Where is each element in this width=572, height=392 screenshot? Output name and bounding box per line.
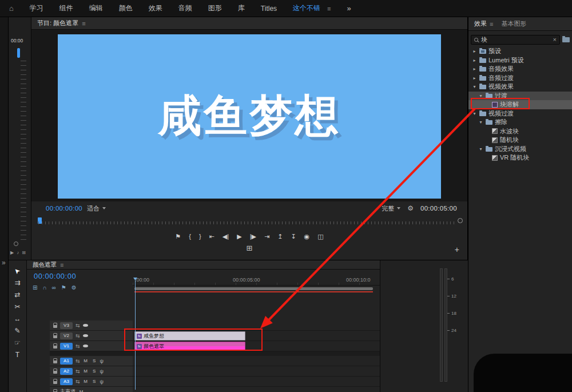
- extract-icon[interactable]: ↧: [291, 233, 296, 240]
- slip-tool[interactable]: ↔: [14, 315, 21, 323]
- pen-tool[interactable]: ✎: [14, 327, 20, 335]
- solo-button[interactable]: S: [92, 379, 97, 384]
- add-marker-icon[interactable]: ⚑: [175, 233, 181, 240]
- play-icon[interactable]: ▶: [237, 233, 241, 240]
- track-lane[interactable]: [133, 387, 380, 392]
- track-divider[interactable]: [50, 351, 380, 356]
- tab-essential-graphics[interactable]: 基本图形: [501, 19, 526, 28]
- timeline-timecode[interactable]: 00:00:00:00: [34, 272, 76, 280]
- twirl-arrow-icon[interactable]: ▾: [478, 146, 483, 152]
- track-target-button[interactable]: A1: [60, 358, 73, 365]
- button-editor-icon[interactable]: ⊞: [247, 244, 253, 252]
- step-forward-icon[interactable]: |▶: [250, 233, 256, 240]
- effects-tree-item[interactable]: 随机块: [468, 136, 572, 145]
- add-button[interactable]: +: [455, 245, 459, 254]
- source-patch-icon[interactable]: ⇆: [76, 323, 80, 328]
- razor-tool[interactable]: ✂: [14, 303, 20, 311]
- twirl-arrow-icon[interactable]: ▾: [478, 120, 483, 125]
- effects-tree-item[interactable]: ▸ 音频效果: [468, 65, 572, 74]
- play-icon[interactable]: ▶: [10, 250, 14, 255]
- mute-button[interactable]: M: [83, 369, 89, 374]
- timeline-settings-icon[interactable]: ⚙: [72, 284, 77, 291]
- workspace-tab[interactable]: 音频: [178, 3, 192, 13]
- panel-menu-icon[interactable]: ≡: [60, 262, 63, 268]
- timeline-playhead[interactable]: [135, 278, 136, 390]
- hand-tool[interactable]: ☞: [14, 339, 21, 347]
- effects-tree-item[interactable]: ▸ Lumetri 预设: [468, 56, 572, 65]
- lock-icon[interactable]: [53, 361, 57, 363]
- effects-tree-item[interactable]: ▸ 预设: [468, 47, 572, 56]
- source-scrollbar-thumb[interactable]: [17, 48, 20, 58]
- workspace-tab[interactable]: 库: [238, 3, 245, 13]
- effects-tree-item[interactable]: ▾ 视频过渡: [468, 109, 572, 118]
- track-lane[interactable]: [133, 356, 380, 366]
- workspace-tab[interactable]: 图形: [208, 3, 222, 13]
- lift-icon[interactable]: ↥: [277, 233, 283, 240]
- linked-selection-icon[interactable]: ∞: [52, 284, 56, 291]
- mic-icon[interactable]: ψ: [100, 379, 104, 385]
- effects-tree-item[interactable]: ▾ 视频效果: [468, 82, 572, 92]
- twirl-arrow-icon[interactable]: ▾: [478, 93, 483, 98]
- home-icon[interactable]: ⌂: [9, 4, 14, 13]
- panel-menu-icon[interactable]: ≡: [82, 20, 85, 27]
- track-target-button[interactable]: V3: [60, 322, 73, 329]
- toggle-output-eye-icon[interactable]: [83, 334, 88, 337]
- twirl-arrow-icon[interactable]: ▾: [472, 111, 477, 116]
- lock-icon[interactable]: [53, 325, 57, 328]
- effects-tree-item[interactable]: ▾ 擦除: [468, 118, 572, 127]
- mute-button[interactable]: M: [83, 379, 89, 384]
- playback-resolution-select[interactable]: 完整: [382, 204, 400, 213]
- track-select-forward-tool[interactable]: ⇉: [14, 279, 20, 287]
- timeline-clip-title[interactable]: fx 咸鱼梦想: [134, 331, 245, 340]
- go-to-in-icon[interactable]: ⇤: [209, 233, 214, 240]
- wrench-icon[interactable]: ⚙: [407, 204, 414, 212]
- track-lane[interactable]: [133, 320, 380, 331]
- type-tool[interactable]: T: [15, 351, 19, 359]
- source-patch-icon[interactable]: ⇆: [76, 343, 80, 349]
- mute-button[interactable]: M: [83, 358, 89, 363]
- mark-out-icon[interactable]: }: [199, 233, 201, 240]
- source-patch-icon[interactable]: ⇆: [76, 358, 80, 364]
- tab-effects[interactable]: 效果 ≡: [474, 19, 493, 28]
- mute-button[interactable]: M: [78, 389, 84, 392]
- effects-tree-item[interactable]: VR 随机块: [468, 153, 572, 163]
- lock-icon[interactable]: [53, 381, 57, 384]
- zoom-handle[interactable]: [458, 218, 463, 223]
- workspace-tab[interactable]: 组件: [59, 3, 73, 13]
- source-zoom-knob[interactable]: [14, 241, 18, 246]
- workspace-tab[interactable]: 编辑: [89, 3, 103, 13]
- export-frame-icon[interactable]: ◉: [304, 233, 310, 240]
- mark-in-icon[interactable]: {: [189, 233, 191, 240]
- track-target-button[interactable]: A2: [60, 368, 73, 375]
- zoom-level-select[interactable]: 适合: [87, 204, 106, 213]
- solo-button[interactable]: S: [92, 358, 97, 363]
- twirl-arrow-icon[interactable]: ▸: [472, 49, 477, 54]
- workspace-tab[interactable]: 这个不错: [293, 3, 320, 13]
- twirl-arrow-icon[interactable]: ▾: [472, 84, 477, 89]
- twirl-arrow-icon[interactable]: ▸: [472, 66, 477, 72]
- effects-tree-item[interactable]: ▾ 过渡: [468, 92, 572, 101]
- comparison-view-icon[interactable]: ◫: [317, 233, 323, 240]
- track-target-button[interactable]: V1: [60, 343, 73, 350]
- toggle-output-eye-icon[interactable]: [83, 324, 88, 327]
- effects-search-input[interactable]: 块 ×: [471, 35, 560, 45]
- clear-search-icon[interactable]: ×: [553, 36, 557, 43]
- track-lane[interactable]: [133, 366, 380, 377]
- track-lane[interactable]: [133, 377, 380, 387]
- snap-icon[interactable]: ∩: [42, 284, 46, 291]
- mic-icon[interactable]: ψ: [100, 369, 104, 374]
- add-marker-icon[interactable]: ⚑: [61, 284, 66, 291]
- toggle-output-eye-icon[interactable]: [83, 345, 88, 347]
- effects-tree-item[interactable]: 水波块: [468, 127, 572, 136]
- ripple-edit-tool[interactable]: ⇄: [14, 291, 20, 299]
- source-patch-icon[interactable]: ⇆: [76, 379, 80, 385]
- step-back-icon[interactable]: ◀|: [223, 233, 229, 240]
- effects-tree-item[interactable]: ▾ 沉浸式视频: [468, 145, 572, 154]
- solo-button[interactable]: S: [92, 369, 97, 374]
- workspace-tab[interactable]: Titles: [261, 5, 277, 13]
- lock-icon[interactable]: [53, 335, 57, 338]
- go-to-out-icon[interactable]: ⇥: [264, 233, 269, 240]
- new-custom-bin-icon[interactable]: [562, 37, 570, 42]
- nest-sequence-icon[interactable]: ⊞: [33, 284, 37, 291]
- track-target-button[interactable]: A3: [60, 378, 73, 385]
